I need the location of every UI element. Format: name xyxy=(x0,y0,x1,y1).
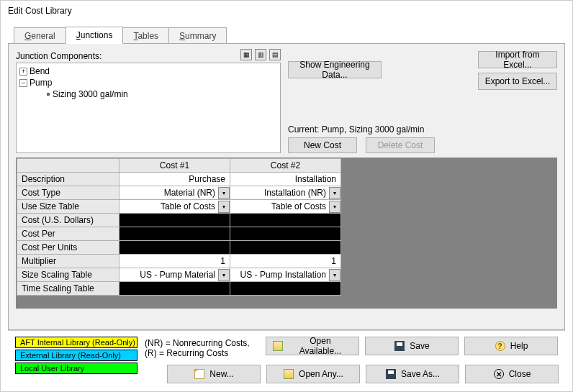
chevron-down-icon[interactable]: ▾ xyxy=(329,201,340,213)
chevron-down-icon[interactable]: ▾ xyxy=(218,187,230,199)
junction-tree[interactable]: + Bend − Pump Sizing 3000 gal/min xyxy=(16,63,281,153)
save-icon xyxy=(394,340,405,352)
close-button[interactable]: ✕ Close xyxy=(465,365,559,383)
row-label: Cost (U.S. Dollars) xyxy=(17,214,119,227)
tab-junctions[interactable]: Junctions xyxy=(66,27,124,44)
cost-table[interactable]: Cost #1 Cost #2 Description Purchase Ins… xyxy=(17,158,556,296)
row-cost-type: Cost Type Material (NR)▾ Installation (N… xyxy=(17,186,556,200)
nr-note: (NR) = Nonrecurring Costs, (R) = Recurri… xyxy=(145,337,258,358)
cell-disabled xyxy=(230,227,341,241)
open-any-button[interactable]: Open Any... xyxy=(266,365,360,383)
tab-general[interactable]: General xyxy=(14,27,66,44)
current-item-label: Current: Pump, Sizing 3000 gal/min xyxy=(288,124,557,135)
tree-item-bend[interactable]: + Bend xyxy=(19,65,277,77)
row-use-size-table: Use Size Table Table of Costs▾ Table of … xyxy=(17,200,556,214)
table-corner xyxy=(17,159,119,173)
tree-label: Bend xyxy=(30,66,50,76)
export-to-excel-button[interactable]: Export to Excel... xyxy=(478,73,557,90)
row-label: Description xyxy=(17,173,119,186)
row-cost-per-units: Cost Per Units xyxy=(17,241,556,255)
new-button[interactable]: New... xyxy=(167,365,261,383)
cell-dropdown[interactable]: Installation (NR)▾ xyxy=(230,186,341,200)
help-button[interactable]: ? Help xyxy=(464,337,558,355)
cell-disabled xyxy=(119,227,230,241)
cell-dropdown[interactable]: US - Pump Installation▾ xyxy=(230,268,341,282)
row-label: Cost Per Units xyxy=(17,241,119,255)
cell-disabled xyxy=(230,282,341,296)
close-icon: ✕ xyxy=(493,368,505,380)
chevron-down-icon[interactable]: ▾ xyxy=(329,269,340,281)
collapse-icon[interactable]: − xyxy=(19,79,27,87)
cost-table-container: Cost #1 Cost #2 Description Purchase Ins… xyxy=(16,158,557,309)
save-icon xyxy=(385,368,397,380)
cell-disabled xyxy=(230,241,341,255)
folder-open-icon xyxy=(283,368,294,380)
expand-icon[interactable]: + xyxy=(19,68,27,76)
tree-item-pump-sizing[interactable]: Sizing 3000 gal/min xyxy=(19,88,277,100)
row-label: Multiplier xyxy=(17,255,119,268)
cell-dropdown[interactable]: Table of Costs▾ xyxy=(230,200,341,214)
row-description: Description Purchase Installation xyxy=(17,173,556,186)
help-icon: ? xyxy=(495,340,506,352)
title-bar: Edit Cost Library xyxy=(1,1,572,21)
cell[interactable]: Installation xyxy=(230,173,341,186)
cell-dropdown[interactable]: Material (NR)▾ xyxy=(119,186,230,200)
chevron-down-icon[interactable]: ▾ xyxy=(218,201,230,213)
edit-cost-library-window: Edit Cost Library General Junctions Tabl… xyxy=(0,0,573,392)
tree-bullet-icon xyxy=(47,93,50,96)
cell-dropdown[interactable]: Table of Costs▾ xyxy=(119,200,230,214)
tree-item-pump[interactable]: − Pump xyxy=(19,77,277,88)
junctions-panel: Junction Components: ▦ ▥ ▤ + Bend − xyxy=(8,43,565,330)
cell-dropdown[interactable]: US - Pump Material▾ xyxy=(119,268,230,282)
row-label: Use Size Table xyxy=(17,200,119,214)
cell[interactable]: Purchase xyxy=(119,173,230,186)
chevron-down-icon[interactable]: ▾ xyxy=(329,187,340,199)
cell-disabled xyxy=(119,241,230,255)
tree-label: Sizing 3000 gal/min xyxy=(53,89,128,99)
row-multiplier: Multiplier 1 1 xyxy=(17,255,556,268)
open-available-button[interactable]: Open Available... xyxy=(266,337,359,355)
window-title: Edit Cost Library xyxy=(8,6,72,16)
cell-disabled xyxy=(230,214,341,227)
cell[interactable]: 1 xyxy=(119,255,230,268)
row-size-scaling: Size Scaling Table US - Pump Material▾ U… xyxy=(17,268,556,282)
col-header-2[interactable]: Cost #2 xyxy=(230,159,341,173)
tree-label: Pump xyxy=(30,78,52,88)
row-label: Cost Type xyxy=(17,186,119,200)
tab-tables[interactable]: Tables xyxy=(122,27,169,44)
tab-strip: General Junctions Tables Summary xyxy=(8,27,565,44)
table-empty-area xyxy=(17,296,556,308)
col-header-1[interactable]: Cost #1 xyxy=(119,159,230,173)
row-label: Cost Per xyxy=(17,227,119,241)
legend-local: Local User Library xyxy=(15,363,137,374)
legend-external: External Library (Read-Only) xyxy=(15,350,137,361)
tab-summary[interactable]: Summary xyxy=(168,27,227,44)
content-area: General Junctions Tables Summary Junctio… xyxy=(1,21,572,391)
row-cost-usd: Cost (U.S. Dollars) xyxy=(17,214,556,227)
new-cost-button[interactable]: New Cost xyxy=(288,137,357,153)
cell-disabled xyxy=(119,282,230,296)
show-engineering-data-button[interactable]: Show Engineering Data... xyxy=(288,61,382,78)
legend-internal: AFT Internal Library (Read-Only) xyxy=(15,337,137,348)
chevron-down-icon[interactable]: ▾ xyxy=(218,269,230,281)
delete-cost-button: Delete Cost xyxy=(366,137,435,153)
row-label: Time Scaling Table xyxy=(17,282,119,296)
tree-tool-1[interactable]: ▦ xyxy=(240,49,252,60)
row-cost-per: Cost Per xyxy=(17,227,556,241)
tree-tool-2[interactable]: ▥ xyxy=(255,49,266,60)
save-as-button[interactable]: Save As... xyxy=(366,365,459,383)
cell[interactable]: 1 xyxy=(230,255,341,268)
row-time-scaling: Time Scaling Table xyxy=(17,282,556,296)
tree-tool-3[interactable]: ▤ xyxy=(269,49,281,60)
cell-disabled xyxy=(119,214,230,227)
folder-open-icon xyxy=(272,340,284,352)
new-file-icon xyxy=(194,368,205,380)
row-label: Size Scaling Table xyxy=(17,268,119,282)
import-from-excel-button[interactable]: Import from Excel... xyxy=(478,51,557,68)
library-legend: AFT Internal Library (Read-Only) Externa… xyxy=(15,337,137,374)
save-button[interactable]: Save xyxy=(365,337,459,355)
tree-connector xyxy=(32,88,45,100)
